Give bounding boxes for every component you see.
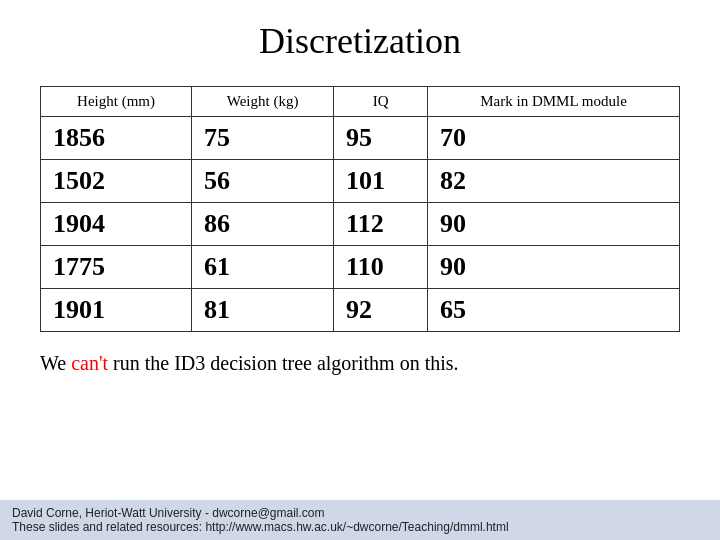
table-header-row: Height (mm) Weight (kg) IQ Mark in DMML … xyxy=(41,87,680,117)
table-cell-1-0: 1502 xyxy=(41,160,192,203)
table-wrapper: Height (mm) Weight (kg) IQ Mark in DMML … xyxy=(40,86,680,332)
table-cell-2-0: 1904 xyxy=(41,203,192,246)
subtitle-post: run the ID3 decision tree algorithm on t… xyxy=(108,352,458,374)
footer-line2: These slides and related resources: http… xyxy=(12,520,708,534)
table-cell-4-0: 1901 xyxy=(41,289,192,332)
col-header-mark: Mark in DMML module xyxy=(428,87,680,117)
page-container: Discretization Height (mm) Weight (kg) I… xyxy=(0,0,720,540)
col-header-height: Height (mm) xyxy=(41,87,192,117)
table-cell-4-3: 65 xyxy=(428,289,680,332)
table-cell-0-2: 95 xyxy=(334,117,428,160)
table-row: 15025610182 xyxy=(41,160,680,203)
table-cell-0-3: 70 xyxy=(428,117,680,160)
data-table: Height (mm) Weight (kg) IQ Mark in DMML … xyxy=(40,86,680,332)
table-cell-0-1: 75 xyxy=(192,117,334,160)
col-header-weight: Weight (kg) xyxy=(192,87,334,117)
table-row: 17756111090 xyxy=(41,246,680,289)
footer: David Corne, Heriot-Watt University - dw… xyxy=(0,500,720,540)
subtitle-pre: We xyxy=(40,352,71,374)
table-cell-2-3: 90 xyxy=(428,203,680,246)
table-cell-3-1: 61 xyxy=(192,246,334,289)
table-cell-1-2: 101 xyxy=(334,160,428,203)
table-cell-4-1: 81 xyxy=(192,289,334,332)
table-cell-4-2: 92 xyxy=(334,289,428,332)
footer-line1: David Corne, Heriot-Watt University - dw… xyxy=(12,506,708,520)
table-cell-1-3: 82 xyxy=(428,160,680,203)
table-cell-3-3: 90 xyxy=(428,246,680,289)
col-header-iq: IQ xyxy=(334,87,428,117)
page-title: Discretization xyxy=(259,20,461,62)
table-cell-2-2: 112 xyxy=(334,203,428,246)
table-cell-1-1: 56 xyxy=(192,160,334,203)
table-cell-3-0: 1775 xyxy=(41,246,192,289)
subtitle-highlight: can't xyxy=(71,352,108,374)
table-cell-3-2: 110 xyxy=(334,246,428,289)
table-row: 19048611290 xyxy=(41,203,680,246)
table-cell-0-0: 1856 xyxy=(41,117,192,160)
table-row: 1901819265 xyxy=(41,289,680,332)
table-row: 1856759570 xyxy=(41,117,680,160)
subtitle: We can't run the ID3 decision tree algor… xyxy=(40,352,459,375)
table-cell-2-1: 86 xyxy=(192,203,334,246)
